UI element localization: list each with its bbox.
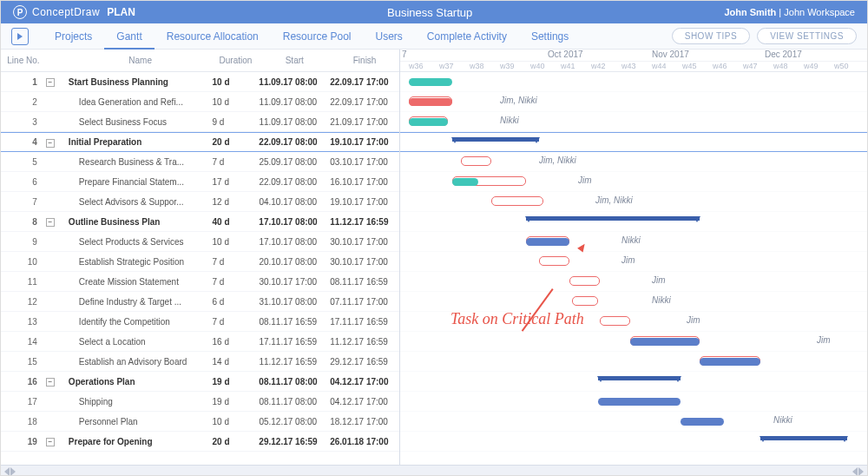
task-bar[interactable] bbox=[409, 78, 452, 86]
show-tips-button[interactable]: SHOW TIPS bbox=[672, 28, 750, 44]
task-bar[interactable] bbox=[526, 238, 569, 246]
table-row[interactable]: 8−Outline Business Plan40 d17.10.17 08:0… bbox=[1, 212, 399, 232]
summary-bar[interactable] bbox=[526, 216, 700, 221]
task-bar[interactable] bbox=[452, 178, 478, 186]
table-row[interactable]: 15Establish an Advisory Board14 d11.12.1… bbox=[1, 352, 399, 372]
task-start: 04.10.17 08:00 bbox=[259, 197, 330, 207]
gantt-row[interactable]: Jim, Nikki bbox=[400, 92, 867, 112]
scroll-right[interactable] bbox=[852, 467, 864, 476]
task-bar[interactable] bbox=[681, 418, 724, 426]
summary-bar[interactable] bbox=[452, 137, 539, 142]
summary-bar[interactable] bbox=[760, 436, 847, 440]
expand-toggle[interactable]: − bbox=[46, 436, 65, 446]
table-row[interactable]: 19−Prepare for Opening20 d29.12.17 16:59… bbox=[1, 432, 399, 452]
table-row[interactable]: 10Establish Strategic Position7 d20.10.1… bbox=[1, 252, 399, 272]
table-row[interactable]: 12Define Industry & Target ...6 d31.10.1… bbox=[1, 292, 399, 312]
col-line[interactable]: Line No. bbox=[1, 56, 46, 65]
table-row[interactable]: 3Select Business Focus9 d11.09.17 08:002… bbox=[1, 112, 399, 132]
col-finish[interactable]: Finish bbox=[330, 56, 399, 65]
gantt-row[interactable] bbox=[400, 432, 867, 452]
col-start[interactable]: Start bbox=[259, 56, 330, 65]
week-label: w49 bbox=[804, 62, 819, 70]
expand-toggle[interactable]: − bbox=[46, 137, 65, 148]
scroll-left[interactable] bbox=[4, 467, 16, 476]
task-finish: 22.09.17 17:00 bbox=[330, 97, 399, 107]
gantt-row[interactable]: Nikki bbox=[400, 232, 867, 252]
table-row[interactable]: 2Idea Generation and Refi...10 d11.09.17… bbox=[1, 92, 399, 112]
task-finish: 30.10.17 17:00 bbox=[330, 237, 399, 247]
table-row[interactable]: 4−Initial Preparation20 d22.09.17 08:001… bbox=[1, 132, 399, 152]
row-number: 1 bbox=[1, 77, 46, 87]
table-row[interactable]: 11Create Mission Statement7 d30.10.17 17… bbox=[1, 272, 399, 292]
tab-resource-allocation[interactable]: Resource Allocation bbox=[155, 25, 271, 48]
table-row[interactable]: 18Personnel Plan10 d05.12.17 08:0018.12.… bbox=[1, 412, 399, 432]
user-area[interactable]: John Smith | John Workspace bbox=[724, 7, 855, 17]
task-bar[interactable] bbox=[700, 358, 760, 366]
gantt-row[interactable]: Nikki bbox=[400, 292, 867, 312]
gantt-row[interactable]: Jim bbox=[400, 332, 867, 352]
task-duration: 20 d bbox=[212, 137, 259, 147]
table-row[interactable]: 1−Start Business Planning10 d11.09.17 08… bbox=[1, 72, 399, 92]
task-name: Research Business & Tra... bbox=[65, 157, 213, 167]
gantt-row[interactable] bbox=[400, 372, 867, 392]
tab-settings[interactable]: Settings bbox=[519, 25, 581, 48]
gantt-row[interactable]: Jim bbox=[400, 272, 867, 292]
gantt-row[interactable]: Jim, Nikki bbox=[400, 192, 867, 212]
gantt-row[interactable]: Jim bbox=[400, 252, 867, 272]
gantt-row[interactable] bbox=[400, 132, 867, 152]
critical-path-bar[interactable] bbox=[572, 296, 598, 306]
tab-gantt[interactable]: Gantt bbox=[104, 25, 154, 50]
summary-bar[interactable] bbox=[598, 376, 681, 380]
expand-toggle[interactable]: − bbox=[46, 376, 65, 387]
gantt-row[interactable]: Nikki bbox=[400, 412, 867, 432]
task-bar[interactable] bbox=[630, 338, 700, 346]
task-bar[interactable] bbox=[409, 98, 452, 106]
row-number: 17 bbox=[1, 397, 46, 407]
gantt-chart[interactable]: 7 Oct 2017Nov 2017Dec 2017 w36w37w38w39w… bbox=[400, 50, 867, 465]
table-row[interactable]: 13Identify the Competition7 d08.11.17 16… bbox=[1, 312, 399, 332]
task-bar[interactable] bbox=[409, 118, 448, 126]
task-name: Shipping bbox=[65, 397, 213, 407]
task-name: Define Industry & Target ... bbox=[65, 297, 213, 307]
table-row[interactable]: 7Select Advisors & Suppor...12 d04.10.17… bbox=[1, 192, 399, 212]
critical-path-bar[interactable] bbox=[461, 156, 491, 166]
menu-toggle-button[interactable] bbox=[11, 28, 29, 45]
title-bar: P ConceptDraw PLAN Business Startup John… bbox=[1, 1, 867, 23]
task-finish: 19.10.17 17:00 bbox=[330, 137, 399, 147]
task-start: 22.09.17 08:00 bbox=[259, 137, 330, 147]
table-row[interactable]: 14Select a Location16 d17.11.17 16:5911.… bbox=[1, 332, 399, 352]
col-duration[interactable]: Duration bbox=[212, 56, 259, 65]
expand-toggle[interactable]: − bbox=[46, 76, 65, 87]
critical-path-bar[interactable] bbox=[491, 196, 543, 206]
gantt-row[interactable]: Nikki bbox=[400, 112, 867, 132]
tab-users[interactable]: Users bbox=[364, 25, 415, 48]
tab-complete-activity[interactable]: Complete Activity bbox=[415, 25, 519, 48]
table-row[interactable]: 16−Operations Plan19 d08.11.17 08:0004.1… bbox=[1, 372, 399, 392]
tab-resource-pool[interactable]: Resource Pool bbox=[271, 25, 364, 48]
gantt-row[interactable] bbox=[400, 392, 867, 412]
tab-projects[interactable]: Projects bbox=[43, 25, 104, 48]
table-row[interactable]: 6Prepare Financial Statem...17 d22.09.17… bbox=[1, 172, 399, 192]
week-label: w40 bbox=[530, 62, 545, 70]
gantt-row[interactable] bbox=[400, 72, 867, 92]
task-bar[interactable] bbox=[598, 398, 681, 406]
expand-toggle[interactable]: − bbox=[46, 216, 65, 227]
critical-path-bar[interactable] bbox=[539, 256, 569, 266]
row-number: 4 bbox=[1, 137, 46, 147]
col-name[interactable]: Name bbox=[65, 56, 213, 65]
task-duration: 10 d bbox=[213, 417, 260, 426]
gantt-row[interactable] bbox=[400, 352, 867, 372]
gantt-row[interactable]: Jim, Nikki bbox=[400, 152, 867, 172]
row-number: 5 bbox=[1, 157, 46, 167]
critical-path-bar[interactable] bbox=[600, 316, 630, 326]
view-settings-button[interactable]: VIEW SETTINGS bbox=[757, 28, 857, 44]
user-name: John Smith bbox=[724, 7, 776, 17]
gantt-row[interactable]: Jim bbox=[400, 172, 867, 192]
table-row[interactable]: 17Shipping19 d08.11.17 08:0004.12.17 17:… bbox=[1, 392, 399, 412]
gantt-row[interactable] bbox=[400, 212, 867, 232]
table-row[interactable]: 5Research Business & Tra...7 d25.09.17 0… bbox=[1, 152, 399, 172]
annotation-label: Task on Critical Path bbox=[450, 310, 584, 328]
brand-product: PLAN bbox=[107, 6, 135, 18]
critical-path-bar[interactable] bbox=[569, 276, 600, 286]
table-row[interactable]: 9Select Products & Services10 d17.10.17 … bbox=[1, 232, 399, 252]
